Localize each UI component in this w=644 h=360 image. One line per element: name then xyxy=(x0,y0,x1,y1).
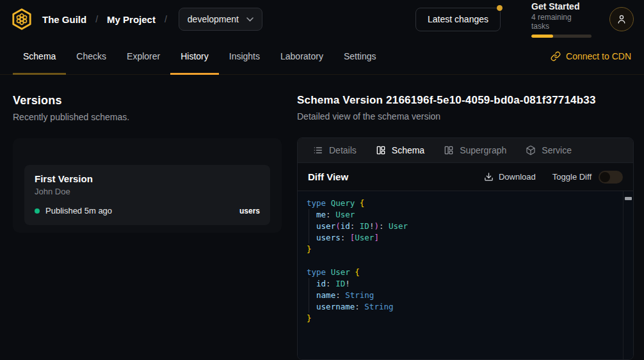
code-line: users: [User] xyxy=(307,232,614,244)
code-line: type User { xyxy=(307,267,614,278)
schema-view-tab-label: Service xyxy=(542,145,572,155)
diff-toolbar: Diff View Download Toggle Diff xyxy=(298,163,633,191)
nav-tab-laboratory[interactable]: Laboratory xyxy=(270,38,334,74)
cube-icon xyxy=(526,145,536,155)
nav-tab-insights[interactable]: Insights xyxy=(219,38,270,74)
main-content: Versions Recently published schemas. Fir… xyxy=(0,75,644,360)
list-icon xyxy=(313,145,323,155)
schema-view-tab-label: Details xyxy=(329,145,357,155)
get-started-widget[interactable]: Get Started 4 remaining tasks xyxy=(531,1,592,38)
nav-tab-history[interactable]: History xyxy=(170,38,219,74)
nav-tab-schema[interactable]: Schema xyxy=(13,38,66,74)
diff-view-title: Diff View xyxy=(308,171,348,182)
code-line: } xyxy=(307,313,614,324)
code-line: me: User xyxy=(307,209,614,221)
schema-view-tab-supergraph[interactable]: Supergraph xyxy=(444,145,506,155)
person-icon xyxy=(616,13,627,25)
schema-version-panel: Schema Version 2166196f-5e10-4059-bd0a-0… xyxy=(297,75,644,360)
columns-icon xyxy=(376,145,386,155)
schema-view-tab-details[interactable]: Details xyxy=(313,145,357,155)
code-line xyxy=(307,255,614,267)
code-line: type Query { xyxy=(307,198,614,209)
version-list: First Version John Doe Published 5m ago … xyxy=(13,138,282,233)
version-name: First Version xyxy=(35,173,260,184)
code-line: username: String xyxy=(307,301,614,313)
connect-to-cdn-link[interactable]: Connect to CDN xyxy=(551,38,631,74)
code-line: } xyxy=(307,244,614,255)
notification-dot xyxy=(497,5,503,11)
code-line: user(id: ID!): User xyxy=(307,221,614,232)
target-selector-value: development xyxy=(188,14,239,24)
breadcrumb-separator: / xyxy=(165,14,167,24)
latest-changes-label: Latest changes xyxy=(428,14,488,24)
main-nav: SchemaChecksExplorerHistoryInsightsLabor… xyxy=(0,38,644,75)
download-button[interactable]: Download xyxy=(484,172,536,182)
nav-tab-checks[interactable]: Checks xyxy=(66,38,117,74)
page-subtitle: Detailed view of the schema version xyxy=(297,111,634,121)
version-status: Published 5m ago xyxy=(45,206,112,215)
schema-view-tab-service[interactable]: Service xyxy=(526,145,572,155)
toggle-diff-control: Toggle Diff xyxy=(552,171,623,184)
schema-version-card: DetailsSchemaSupergraphService Diff View… xyxy=(297,137,634,360)
scrollbar-track xyxy=(623,191,624,359)
switch-knob xyxy=(600,172,610,182)
progress-fill xyxy=(531,35,553,38)
schema-view-tab-schema[interactable]: Schema xyxy=(376,145,424,155)
breadcrumb: The Guild / My Project / development xyxy=(10,8,262,31)
nav-tabs: SchemaChecksExplorerHistoryInsightsLabor… xyxy=(13,38,387,74)
connect-to-cdn-label: Connect to CDN xyxy=(566,51,631,61)
version-list-item[interactable]: First Version John Doe Published 5m ago … xyxy=(24,165,270,225)
columns-icon xyxy=(444,145,454,155)
breadcrumb-separator: / xyxy=(95,14,98,24)
schema-view-tab-label: Supergraph xyxy=(460,145,506,155)
latest-changes-button[interactable]: Latest changes xyxy=(415,8,501,31)
published-status-dot xyxy=(35,208,40,214)
header: The Guild / My Project / development Lat… xyxy=(0,0,644,38)
download-icon xyxy=(484,172,494,182)
link-icon xyxy=(551,51,561,61)
code-block: type Query { me: User user(id: ID!): Use… xyxy=(307,198,614,324)
scrollbar-thumb[interactable] xyxy=(625,197,632,200)
schema-view-tabs: DetailsSchemaSupergraphService xyxy=(298,138,633,163)
version-service-badge: users xyxy=(239,207,260,215)
get-started-subtitle: 4 remaining tasks xyxy=(531,13,592,31)
download-label: Download xyxy=(499,172,536,182)
progress-bar xyxy=(531,35,592,38)
version-author: John Doe xyxy=(35,187,260,196)
guild-hive-logo-icon[interactable] xyxy=(10,8,33,31)
target-selector[interactable]: development xyxy=(179,8,262,31)
code-line: name: String xyxy=(307,290,614,301)
versions-panel: Versions Recently published schemas. Fir… xyxy=(0,75,297,360)
indent-guide xyxy=(309,209,309,244)
header-actions: Latest changes Get Started 4 remaining t… xyxy=(415,1,634,38)
diff-actions: Download Toggle Diff xyxy=(484,171,623,184)
version-meta-row: Published 5m ago users xyxy=(35,206,260,215)
avatar[interactable] xyxy=(609,7,634,31)
nav-tab-settings[interactable]: Settings xyxy=(334,38,387,74)
app: The Guild / My Project / development Lat… xyxy=(0,0,644,360)
get-started-title: Get Started xyxy=(531,1,592,12)
breadcrumb-org[interactable]: The Guild xyxy=(42,14,86,25)
code-line: id: ID! xyxy=(307,278,614,290)
indent-guide xyxy=(309,278,309,313)
schema-view-tab-label: Schema xyxy=(392,145,424,155)
schema-code-viewer[interactable]: type Query { me: User user(id: ID!): Use… xyxy=(298,191,633,359)
breadcrumb-project[interactable]: My Project xyxy=(107,14,156,25)
toggle-diff-switch[interactable] xyxy=(599,171,623,184)
page-title: Schema Version 2166196f-5e10-4059-bd0a-0… xyxy=(297,94,634,107)
versions-title: Versions xyxy=(13,94,282,107)
versions-subtitle: Recently published schemas. xyxy=(13,112,282,122)
nav-tab-explorer[interactable]: Explorer xyxy=(117,38,170,74)
toggle-diff-label: Toggle Diff xyxy=(552,172,592,182)
chevron-down-icon xyxy=(246,17,254,22)
